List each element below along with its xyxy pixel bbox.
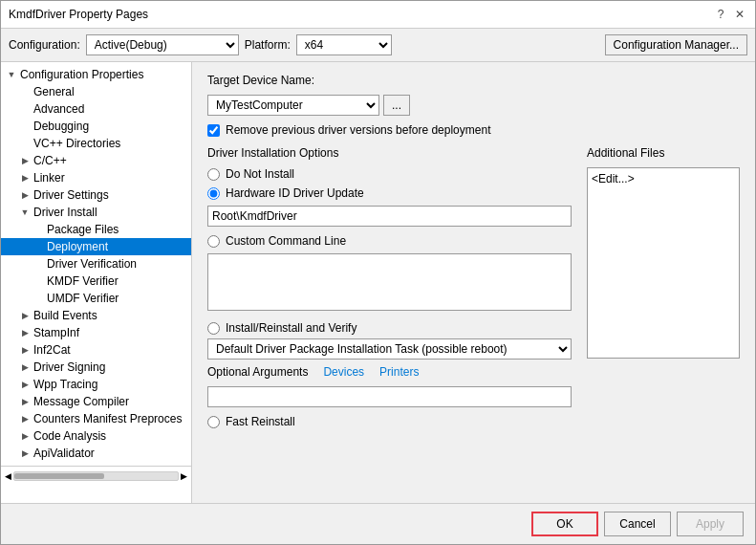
sidebar-label-build-events: Build Events	[33, 309, 97, 322]
radio-fast-reinstall-label: Fast Reinstall	[226, 415, 295, 428]
sidebar-item-package-files[interactable]: Package Files	[1, 221, 191, 238]
driver-install-title: Driver Installation Options	[207, 146, 572, 160]
dialog-window: KmdfDriver Property Pages ? ✕ Configurat…	[0, 0, 756, 545]
sidebar-label-driver-settings: Driver Settings	[33, 188, 109, 202]
sidebar-label-stampinf: StampInf	[33, 326, 79, 339]
sidebar-item-linker[interactable]: ▶ Linker	[1, 169, 191, 186]
sidebar-item-debugging[interactable]: Debugging	[1, 118, 191, 135]
sidebar-label-config-properties: Configuration Properties	[20, 68, 143, 81]
devices-link[interactable]: Devices	[323, 365, 364, 379]
sidebar-label-api: ApiValidator	[33, 447, 95, 460]
target-device-select[interactable]: MyTestComputer	[207, 95, 379, 116]
sidebar-label-deployment: Deployment	[47, 240, 108, 253]
optional-args-label: Optional Arguments	[207, 365, 308, 379]
ok-button[interactable]: OK	[531, 512, 598, 536]
expand-icon-linker: ▶	[18, 173, 32, 183]
sidebar-item-kmdf-verifier[interactable]: KMDF Verifier	[1, 272, 191, 290]
radio-hardware-id-label: Hardware ID Driver Update	[226, 186, 364, 200]
sidebar-label-linker: Linker	[33, 171, 65, 185]
radio-custom-command[interactable]	[207, 235, 220, 248]
custom-command-textarea[interactable]	[207, 253, 572, 311]
sidebar-item-advanced[interactable]: Advanced	[1, 100, 191, 118]
sidebar-label-advanced: Advanced	[33, 102, 84, 116]
scroll-left-arrow[interactable]: ◀	[5, 471, 11, 481]
remove-checkbox[interactable]	[207, 124, 220, 137]
radio-hardware-id-row: Hardware ID Driver Update	[207, 186, 572, 200]
cancel-button[interactable]: Cancel	[604, 512, 671, 536]
sidebar-label-general: General	[33, 85, 75, 98]
sidebar-item-vc-directories[interactable]: VC++ Directories	[1, 135, 191, 152]
sidebar-item-code-analysis[interactable]: ▶ Code Analysis	[1, 427, 191, 445]
sidebar-label-cpp: C/C++	[33, 154, 67, 167]
expand-icon-driver-install: ▼	[18, 207, 32, 217]
printers-link[interactable]: Printers	[379, 365, 419, 379]
close-button[interactable]: ✕	[732, 7, 747, 22]
sidebar-item-driver-settings[interactable]: ▶ Driver Settings	[1, 186, 191, 204]
sidebar-label-inf2cat: Inf2Cat	[33, 343, 71, 357]
scroll-track[interactable]	[13, 471, 179, 481]
platform-label: Platform:	[245, 38, 291, 52]
platform-select[interactable]: x64	[296, 34, 392, 55]
additional-files-box[interactable]: <Edit...>	[587, 167, 740, 359]
sidebar-item-counters[interactable]: ▶ Counters Manifest Preproces	[1, 410, 191, 427]
sidebar-label-vc: VC++ Directories	[33, 137, 120, 150]
scroll-right-arrow[interactable]: ▶	[181, 471, 187, 481]
expand-icon-signing: ▶	[18, 362, 32, 372]
scroll-thumb	[14, 473, 104, 479]
expand-icon-wpp: ▶	[18, 380, 32, 389]
expand-icon-config: ▼	[5, 70, 18, 79]
sidebar-item-deployment[interactable]: Deployment	[1, 238, 191, 255]
sidebar-item-driver-signing[interactable]: ▶ Driver Signing	[1, 359, 191, 376]
sidebar-item-api-validator[interactable]: ▶ ApiValidator	[1, 445, 191, 462]
sidebar-label-kmdf-verifier: KMDF Verifier	[47, 274, 119, 288]
config-label: Configuration:	[9, 38, 80, 52]
radio-fast-reinstall-row: Fast Reinstall	[207, 415, 572, 428]
sidebar-label-driver-install: Driver Install	[33, 206, 97, 219]
sidebar-item-build-events[interactable]: ▶ Build Events	[1, 307, 191, 324]
radio-install-reinstall[interactable]	[207, 322, 220, 335]
expand-icon-code-analysis: ▶	[18, 431, 32, 441]
remove-checkbox-label: Remove previous driver versions before d…	[226, 123, 490, 137]
sidebar-label-driver-verification: Driver Verification	[47, 257, 137, 271]
sidebar-label-wpp: Wpp Tracing	[33, 378, 97, 391]
radio-hardware-id[interactable]	[207, 187, 220, 200]
sidebar-item-general[interactable]: General	[1, 83, 191, 100]
sidebar-label-counters: Counters Manifest Preproces	[33, 412, 182, 425]
radio-do-not-install-row: Do Not Install	[207, 167, 572, 181]
expand-icon-msg: ▶	[18, 397, 32, 406]
right-section: Additional Files <Edit...>	[587, 146, 740, 434]
radio-do-not-install[interactable]	[207, 168, 220, 181]
sidebar-item-umdf-verifier[interactable]: UMDF Verifier	[1, 290, 191, 307]
sidebar-item-inf2cat[interactable]: ▶ Inf2Cat	[1, 341, 191, 359]
radio-do-not-install-label: Do Not Install	[226, 167, 294, 181]
install-task-select[interactable]: Default Driver Package Installation Task…	[207, 338, 572, 360]
radio-install-reinstall-label: Install/Reinstall and Verify	[226, 321, 356, 335]
optional-args-input[interactable]	[207, 386, 572, 407]
browse-button[interactable]: ...	[383, 95, 410, 116]
expand-icon-api: ▶	[18, 448, 32, 458]
title-bar: KmdfDriver Property Pages ? ✕	[1, 1, 755, 29]
sidebar-item-cpp[interactable]: ▶ C/C++	[1, 152, 191, 169]
sidebar-item-driver-verification[interactable]: Driver Verification	[1, 255, 191, 272]
radio-fast-reinstall[interactable]	[207, 416, 220, 428]
target-device-row: MyTestComputer ...	[207, 95, 740, 116]
left-section: Driver Installation Options Do Not Insta…	[207, 146, 572, 434]
sidebar-item-wpp-tracing[interactable]: ▶ Wpp Tracing	[1, 376, 191, 393]
sidebar-item-driver-install[interactable]: ▼ Driver Install	[1, 204, 191, 221]
sidebar-item-message-compiler[interactable]: ▶ Message Compiler	[1, 393, 191, 410]
right-panel: Target Device Name: MyTestComputer ... R…	[192, 62, 755, 503]
sidebar-item-config-properties[interactable]: ▼ Configuration Properties	[1, 66, 191, 83]
radio-custom-command-label: Custom Command Line	[226, 234, 346, 248]
apply-button[interactable]: Apply	[677, 512, 744, 536]
sidebar-scrollbar[interactable]: ◀ ▶	[1, 466, 191, 485]
sidebar-item-stampinf[interactable]: ▶ StampInf	[1, 324, 191, 341]
configuration-manager-button[interactable]: Configuration Manager...	[605, 34, 747, 55]
additional-files-title: Additional Files	[587, 146, 740, 160]
expand-icon-stamp: ▶	[18, 328, 32, 338]
config-bar: Configuration: Active(Debug) Platform: x…	[1, 29, 755, 62]
expand-icon-cpp: ▶	[18, 156, 32, 165]
help-button[interactable]: ?	[713, 7, 728, 22]
additional-files-edit: <Edit...>	[592, 172, 635, 185]
hardware-id-input[interactable]	[207, 206, 572, 227]
configuration-select[interactable]: Active(Debug)	[86, 34, 239, 55]
